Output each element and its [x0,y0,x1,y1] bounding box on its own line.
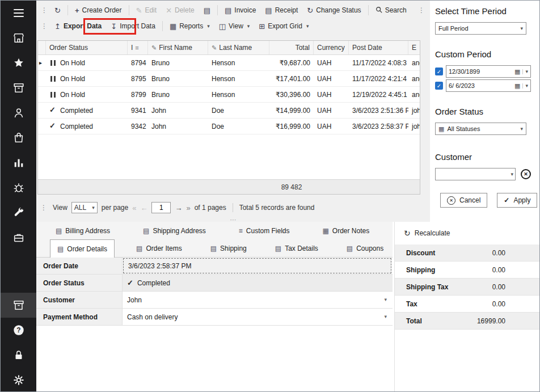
clear-customer-button[interactable]: ✕ [521,169,531,179]
page-size-select[interactable]: ALL▾ [71,202,98,213]
date-from-input[interactable]: 12/30/1899▦▾ [446,65,531,78]
cell-last-name: Henson [208,91,269,99]
customer-filter-row: ▾ ✕ [435,168,540,180]
order-detail-panel: ▤Billing Address ▤Shipping Address ≡Cust… [36,222,393,392]
order-date-field[interactable]: 3/6/2023 2:58:37 PM [123,258,391,273]
check-icon [49,123,57,130]
field-row-order-date: Order Date 3/6/2023 2:58:37 PM [36,258,393,275]
delete-button[interactable]: ✕Delete [162,3,199,17]
payment-method-dropdown[interactable]: Cash on delivery▾ [123,309,393,325]
sidebar-item-favorites[interactable] [1,50,36,75]
cell-last-name: Henson [208,59,269,67]
tab-custom-fields[interactable]: ≡Custom Fields [239,227,290,235]
tab-billing-address[interactable]: ▤Billing Address [56,227,110,235]
toolbar-separator [368,5,369,15]
menu-button[interactable] [1,1,36,26]
order-status-select[interactable]: ▦All Statuses▾ [435,123,526,135]
invoice-button[interactable]: ▤Invoice [221,3,260,17]
toolbar-grip[interactable]: ⋮ [39,22,49,30]
change-status-button[interactable]: ↻Change Status [303,3,365,17]
customer-combo-input[interactable] [437,170,511,178]
column-header-first-name[interactable]: ✎First Name [148,41,208,54]
first-page-button[interactable]: « [132,204,136,212]
reports-menu-button[interactable]: ▦Reports▾ [166,19,214,33]
table-row[interactable]: ▸ On Hold 8794 Bruno Henson ₹9,687.00 UA… [38,55,420,71]
sidebar-item-plugins[interactable] [1,175,36,200]
column-header-email[interactable]: E [408,41,420,54]
column-header-currency[interactable]: Currency [314,41,349,54]
sidebar-item-customers[interactable] [1,100,36,125]
table-row[interactable]: Completed 9341 John Doe ₹14,999.00 UAH 3… [38,103,420,119]
date-from-checkbox[interactable]: ✓ [435,68,443,75]
tab-coupons[interactable]: ▤Coupons [340,240,390,257]
column-header-post-date[interactable]: Post Date [349,41,408,54]
edit-button[interactable]: ✎Edit [132,3,161,17]
archive-box-icon [12,82,25,94]
sidebar-item-orders[interactable] [1,75,36,100]
sidebar-item-products[interactable] [1,125,36,150]
export-data-button[interactable]: ↥Export Data [50,19,106,33]
last-page-button[interactable]: » [186,204,190,212]
current-row-marker-icon: ▸ [38,60,46,66]
search-button[interactable]: Search [372,3,411,17]
sidebar-item-help[interactable]: ? [1,318,36,343]
toolbar-grip[interactable]: ⋮ [416,6,427,14]
totals-row-shipping-tax: Shipping Tax0.00 [395,279,540,296]
order-status-field[interactable]: ✓Completed [123,275,393,291]
app-sidebar: ? [1,1,36,392]
sidebar-item-orders-manager-selected[interactable] [1,293,36,318]
sidebar-item-tools[interactable] [1,200,36,225]
toolbar-grip[interactable]: ⋮ [39,6,49,14]
cell-last-name: Doe [208,107,269,115]
tab-shipping-address[interactable]: ▤Shipping Address [143,227,206,235]
hamburger-icon [12,6,26,20]
store-icon [12,32,25,44]
tab-order-items[interactable]: ▤Order Items [129,240,189,257]
sidebar-item-company[interactable] [1,225,36,250]
cell-email: anc [408,91,420,99]
chevron-down-icon[interactable]: ▾ [522,69,528,74]
table-row[interactable]: On Hold 8799 Bruno Henson ₹30,396.00 UAH… [38,87,420,103]
next-page-button[interactable]: → [175,204,182,212]
customer-dropdown[interactable]: John▾ [123,292,393,308]
column-header-last-name[interactable]: ✎Last Name [208,41,269,54]
import-data-button[interactable]: ↧Import Data [107,19,159,33]
cancel-button[interactable]: ✕Cancel [440,193,487,208]
pause-icon [49,91,57,98]
refresh-icon: ↻ [54,7,61,14]
receipt-button[interactable]: ▤Receipt [261,3,302,17]
archive-box-icon [12,299,25,311]
tab-order-notes[interactable]: ▦Order Notes [323,227,370,235]
column-header-id[interactable]: I≡ [128,41,148,54]
sidebar-item-settings[interactable] [1,368,36,392]
table-row[interactable]: Completed 9342 John Doe ₹16,999.00 UAH 3… [38,119,420,134]
view-menu-button[interactable]: ◫View▾ [215,19,254,33]
sidebar-item-lock[interactable] [1,343,36,368]
refresh-button[interactable]: ↻ [50,3,65,17]
date-to-checkbox[interactable]: ✓ [435,82,443,90]
recalculate-button[interactable]: ↻Recalculate [395,222,540,245]
time-period-select[interactable]: Full Period▾ [435,22,526,35]
create-order-button[interactable]: +Create Order [71,3,126,17]
cell-post-date: 12/19/2022 4:45:1 [349,91,408,99]
register-icon-button[interactable]: ▤ [200,3,214,17]
splitter-handle[interactable]: ⋯ [36,217,430,222]
sidebar-item-store[interactable] [1,26,36,50]
tab-order-details[interactable]: ▤Order Details [50,239,115,258]
prev-page-button[interactable]: ← [140,204,147,212]
tab-tax-details[interactable]: ▤Tax Details [268,240,325,257]
pager-grip[interactable]: ⋮ [39,204,49,212]
table-row[interactable]: On Hold 8795 Bruno Henson ₹17,401.00 UAH… [38,71,420,87]
export-grid-menu-button[interactable]: ⊞Export Grid▾ [255,19,313,33]
sidebar-item-reports[interactable] [1,150,36,175]
column-header-order-status[interactable]: Order Status [46,41,128,54]
apply-button[interactable]: ✓Apply [497,193,537,208]
column-header-total[interactable]: Total [269,41,314,54]
tab-shipping[interactable]: ▤Shipping [204,240,254,257]
cell-total: ₹16,999.00 [269,123,314,130]
page-number-input[interactable] [151,202,171,213]
records-found-label: Total 5 records are found [239,204,315,212]
customer-combo[interactable]: ▾ [435,168,516,180]
chevron-down-icon[interactable]: ▾ [522,83,528,88]
date-to-input[interactable]: 6/ 6/2023▦▾ [446,79,531,92]
